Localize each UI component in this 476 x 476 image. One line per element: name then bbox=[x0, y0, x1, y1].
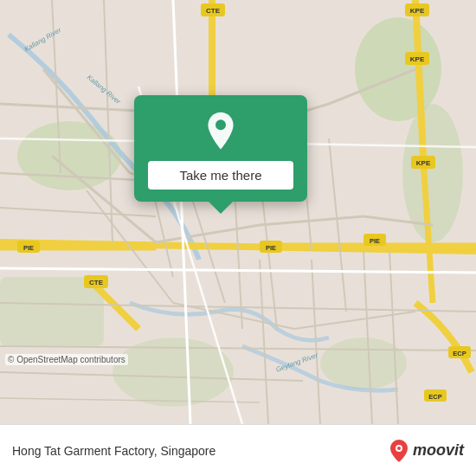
take-me-there-button[interactable]: Take me there bbox=[148, 161, 293, 190]
map-attribution: © OpenStreetMap contributors bbox=[5, 354, 128, 365]
bottom-bar: Hong Tat Garment Factory, Singapore moov… bbox=[0, 424, 476, 476]
svg-point-73 bbox=[215, 119, 226, 130]
svg-text:KPE: KPE bbox=[410, 55, 425, 63]
location-label: Hong Tat Garment Factory, Singapore bbox=[12, 444, 215, 458]
svg-text:PIE: PIE bbox=[370, 237, 380, 245]
svg-text:KPE: KPE bbox=[416, 159, 431, 167]
svg-point-1 bbox=[17, 121, 121, 190]
svg-text:PIE: PIE bbox=[23, 244, 34, 252]
svg-text:ECP: ECP bbox=[453, 350, 466, 357]
svg-text:CTE: CTE bbox=[206, 7, 221, 15]
location-pin-icon bbox=[200, 111, 241, 152]
svg-text:PIE: PIE bbox=[266, 244, 276, 252]
moovit-pin-icon bbox=[389, 439, 409, 463]
svg-point-75 bbox=[397, 447, 401, 450]
svg-text:ECP: ECP bbox=[428, 393, 441, 401]
main-container: CTE CTE PIE PIE PIE KPE KPE KPE ECP ECP bbox=[0, 0, 476, 476]
map-area: CTE CTE PIE PIE PIE KPE KPE KPE ECP ECP bbox=[0, 0, 476, 424]
svg-text:CTE: CTE bbox=[89, 279, 104, 286]
moovit-brand-text: moovit bbox=[413, 441, 464, 460]
svg-text:KPE: KPE bbox=[410, 7, 425, 15]
moovit-logo: moovit bbox=[389, 439, 464, 463]
popup-card: Take me there bbox=[134, 95, 307, 202]
